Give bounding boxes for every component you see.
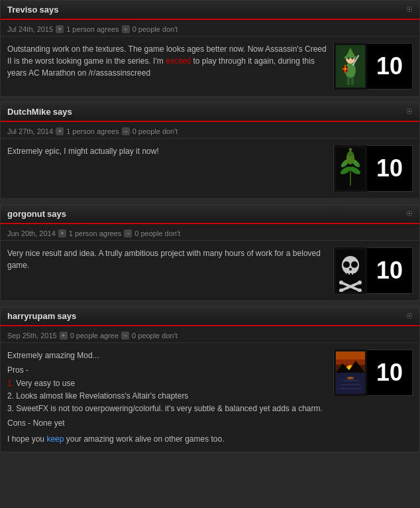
thumbnail-4 (334, 349, 367, 396)
disagrees-count-1: 0 people don't (132, 25, 178, 33)
review-dutchmike: DutchMike says ☉ Jul 27th, 2014 + 1 pers… (0, 102, 420, 199)
agrees-count-2: 1 person agrees (66, 127, 119, 135)
disagrees-count-3: 0 people don't (134, 229, 180, 237)
review-content-harryrupam: Extremely amazing Mod... Pros - 1. Very … (1, 343, 419, 452)
thumbnail-2 (334, 145, 367, 192)
disagree-icon-1[interactable]: − (122, 25, 130, 33)
review-content-treviso: Outstanding work on the textures. The ga… (1, 36, 419, 96)
svg-rect-28 (350, 273, 352, 277)
score-number-3: 10 (367, 257, 412, 285)
review-text-dutchmike: Extremely epic, I might actually play it… (7, 145, 327, 157)
svg-rect-45 (336, 373, 365, 394)
agree-icon-3[interactable]: + (58, 229, 66, 237)
review-text-treviso: Outstanding work on the textures. The ga… (7, 43, 327, 79)
thumbnail-1 (334, 43, 367, 90)
disagree-icon-2[interactable]: − (122, 127, 130, 135)
review-text-gorgonut: Very nice result and idea. A trully ambi… (7, 247, 327, 271)
rss-icon-2: ☉ (406, 107, 413, 116)
review-date-treviso: Jul 24th, 2015 (7, 25, 53, 33)
review-gorgonut: gorgonut says ☉ Jun 20th, 2014 + 1 perso… (0, 204, 420, 301)
score-number-2: 10 (367, 155, 412, 182)
review-date-dutchmike: Jul 27th, 2014 (7, 127, 53, 135)
says-label-2: says (53, 107, 406, 117)
score-box-4: 10 (333, 349, 413, 396)
review-intro-harryrupam: Extremely amazing Mod... (7, 349, 327, 361)
says-label-4: says (57, 311, 406, 321)
review-meta-gorgonut: Jun 20th, 2014 + 1 person agrees − 0 peo… (1, 224, 419, 241)
review-text-harryrupam: Extremely amazing Mod... Pros - 1. Very … (7, 349, 327, 445)
review-treviso: Treviso says ☉ Jul 24th, 2015 + 1 person… (0, 0, 420, 97)
svg-point-37 (358, 281, 362, 285)
agree-icon-4[interactable]: + (60, 332, 68, 340)
svg-rect-4 (344, 56, 356, 58)
reviewer-name-treviso: Treviso (7, 5, 38, 15)
review-meta-dutchmike: Jul 27th, 2014 + 1 person agrees − 0 peo… (1, 122, 419, 139)
review-header-dutchmike: DutchMike says ☉ (1, 103, 419, 122)
disagrees-count-2: 0 people don't (132, 127, 178, 135)
agrees-count-4: 0 people agree (70, 332, 119, 340)
disagrees-count-4: 0 people don't (132, 332, 178, 340)
score-box-2: 10 (333, 145, 413, 192)
review-meta-harryrupam: Sep 25th, 2015 + 0 people agree − 0 peop… (1, 326, 419, 343)
agree-icon-1[interactable]: + (56, 25, 64, 33)
disagree-icon-4[interactable]: − (121, 332, 129, 340)
reviewer-name-gorgonut: gorgonut (7, 209, 45, 219)
pros-item-1: 1. Very easy to use (7, 377, 327, 389)
review-header-gorgonut: gorgonut says ☉ (1, 205, 419, 224)
list-num-1: 1. (7, 379, 14, 388)
review-harryrupam: harryrupam says ☉ Sep 25th, 2015 + 0 peo… (0, 306, 420, 452)
review-content-gorgonut: Very nice result and idea. A trully ambi… (1, 241, 419, 300)
cons-label-harryrupam: Cons - None yet (7, 417, 327, 429)
rss-icon-1: ☉ (406, 5, 413, 14)
score-box-1: 10 (333, 43, 413, 90)
review-date-gorgonut: Jun 20th, 2014 (7, 229, 56, 237)
svg-point-35 (339, 281, 343, 285)
review-header-harryrupam: harryrupam says ☉ (1, 307, 419, 326)
pros-item-3: 3. SweetFX is not too overpowering/color… (7, 403, 327, 414)
highlight-excited: excited (166, 56, 191, 66)
says-label-3: says (47, 209, 406, 219)
score-box-3: 10 (333, 247, 413, 294)
pros-label-harryrupam: Pros - (7, 364, 327, 376)
score-number-4: 10 (367, 359, 412, 387)
agree-icon-2[interactable]: + (56, 127, 64, 135)
review-header-treviso: Treviso says ☉ (1, 1, 419, 20)
link-keep: keep (46, 434, 64, 444)
svg-rect-27 (346, 273, 348, 277)
pros-item-2: 2. Looks almost like Revelationss's Alta… (7, 390, 327, 402)
svg-point-30 (343, 261, 350, 268)
svg-rect-12 (351, 77, 354, 85)
thumbnail-3 (334, 247, 367, 294)
score-number-1: 10 (367, 52, 412, 80)
review-date-harryrupam: Sep 25th, 2015 (7, 332, 57, 340)
review-meta-treviso: Jul 24th, 2015 + 1 person agrees − 0 peo… (1, 20, 419, 36)
svg-point-6 (352, 58, 354, 60)
closing-harryrupam: I hope you keep your amazing work alive … (7, 433, 327, 445)
svg-point-5 (348, 58, 350, 60)
svg-point-20 (348, 151, 353, 157)
agrees-count-1: 1 person agrees (66, 25, 119, 33)
agrees-count-3: 1 person agrees (69, 229, 122, 237)
svg-rect-42 (336, 351, 365, 359)
svg-rect-29 (353, 273, 355, 277)
reviewer-name-dutchmike: DutchMike (7, 107, 51, 117)
says-label-1: says (40, 5, 406, 15)
svg-point-46 (347, 377, 354, 379)
reviewer-name-harryrupam: harryrupam (7, 311, 55, 321)
disagree-icon-3[interactable]: − (124, 229, 132, 237)
svg-point-32 (349, 268, 352, 271)
svg-rect-11 (347, 77, 350, 85)
rss-icon-3: ☉ (406, 210, 413, 218)
review-content-dutchmike: Extremely epic, I might actually play it… (1, 139, 419, 198)
svg-point-31 (351, 261, 358, 268)
rss-icon-4: ☉ (406, 312, 413, 320)
